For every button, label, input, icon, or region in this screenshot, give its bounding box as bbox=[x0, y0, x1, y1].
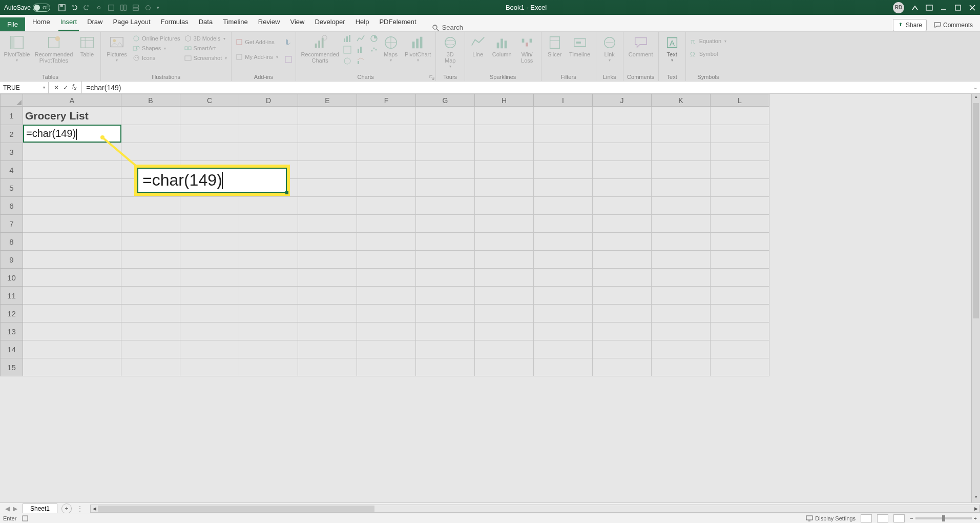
cell[interactable] bbox=[593, 358, 652, 376]
col-header[interactable]: K bbox=[652, 94, 711, 107]
tab-pdfelement[interactable]: PDFelement bbox=[374, 15, 421, 31]
cell[interactable] bbox=[298, 215, 357, 233]
3d-map-button[interactable]: 3D Map▾ bbox=[439, 33, 462, 69]
chart-statistic-icon[interactable] bbox=[357, 46, 365, 54]
window-icon[interactable] bbox=[926, 4, 933, 11]
chart-combo-icon[interactable] bbox=[357, 57, 365, 65]
scroll-right-icon[interactable]: ▶ bbox=[972, 505, 979, 512]
cell[interactable] bbox=[121, 340, 180, 358]
tell-me-search[interactable]: Search bbox=[432, 24, 463, 31]
zoom-slider[interactable]: − + bbox=[910, 515, 977, 521]
add-sheet-button[interactable]: + bbox=[61, 504, 72, 514]
row-header[interactable]: 11 bbox=[1, 287, 23, 305]
row-header[interactable]: 2 bbox=[1, 125, 23, 143]
cell[interactable] bbox=[416, 323, 475, 340]
name-box[interactable]: TRUE ▾ bbox=[0, 82, 49, 93]
cell[interactable] bbox=[534, 323, 593, 340]
cell[interactable] bbox=[298, 269, 357, 287]
tab-scroll-handle[interactable]: ⋮ bbox=[77, 505, 83, 512]
tab-developer[interactable]: Developer bbox=[309, 15, 350, 31]
col-header[interactable]: I bbox=[534, 94, 593, 107]
tab-home[interactable]: Home bbox=[27, 15, 55, 31]
cell[interactable] bbox=[652, 125, 711, 143]
cell[interactable] bbox=[652, 287, 711, 305]
cell[interactable] bbox=[357, 179, 416, 197]
touch-icon[interactable] bbox=[95, 4, 102, 11]
cell[interactable] bbox=[416, 358, 475, 376]
cell[interactable] bbox=[534, 305, 593, 323]
cell[interactable] bbox=[180, 107, 239, 125]
scroll-left-icon[interactable]: ◀ bbox=[91, 505, 98, 512]
cell[interactable] bbox=[23, 179, 121, 197]
cell[interactable] bbox=[357, 287, 416, 305]
sheet-nav-prev-icon[interactable]: ◀ bbox=[5, 505, 10, 512]
comments-button[interactable]: Comments bbox=[930, 19, 977, 31]
redo-icon[interactable] bbox=[83, 4, 90, 11]
autosave-toggle[interactable]: AutoSave Off bbox=[4, 4, 50, 12]
tab-data[interactable]: Data bbox=[194, 15, 218, 31]
cell[interactable] bbox=[534, 287, 593, 305]
cell[interactable] bbox=[416, 197, 475, 215]
row-header[interactable]: 3 bbox=[1, 143, 23, 161]
cell[interactable] bbox=[475, 197, 534, 215]
cell[interactable] bbox=[357, 197, 416, 215]
scroll-up-icon[interactable]: ▴ bbox=[972, 94, 980, 102]
tab-view[interactable]: View bbox=[285, 15, 309, 31]
cell[interactable] bbox=[534, 107, 593, 125]
row-header[interactable]: 6 bbox=[1, 197, 23, 215]
cell[interactable] bbox=[652, 233, 711, 251]
pivottable-button[interactable]: PivotTable▾ bbox=[3, 33, 31, 63]
cell[interactable] bbox=[239, 251, 298, 269]
cell[interactable] bbox=[652, 305, 711, 323]
cell[interactable] bbox=[121, 107, 180, 125]
cell[interactable] bbox=[534, 269, 593, 287]
col-header[interactable]: D bbox=[239, 94, 298, 107]
symbol-button[interactable]: ΩSymbol bbox=[689, 50, 727, 58]
cell[interactable] bbox=[711, 179, 769, 197]
zoom-in-button[interactable]: + bbox=[974, 515, 977, 521]
ribbon-display-icon[interactable] bbox=[911, 4, 919, 11]
expand-formula-bar-icon[interactable]: ⌄ bbox=[971, 85, 980, 90]
cell[interactable] bbox=[180, 287, 239, 305]
cell[interactable] bbox=[711, 287, 769, 305]
cell[interactable] bbox=[357, 340, 416, 358]
cell[interactable] bbox=[416, 179, 475, 197]
cell[interactable] bbox=[180, 125, 239, 143]
cell[interactable] bbox=[416, 143, 475, 161]
tab-review[interactable]: Review bbox=[253, 15, 285, 31]
cell[interactable] bbox=[180, 323, 239, 340]
cell[interactable] bbox=[652, 161, 711, 179]
cell[interactable] bbox=[239, 143, 298, 161]
row-header[interactable]: 12 bbox=[1, 305, 23, 323]
cell[interactable] bbox=[534, 179, 593, 197]
3d-models-button[interactable]: 3D Models▾ bbox=[183, 34, 228, 43]
dialog-launcher-icon[interactable] bbox=[429, 75, 434, 80]
cell[interactable] bbox=[711, 233, 769, 251]
cell[interactable] bbox=[711, 323, 769, 340]
cell[interactable] bbox=[475, 107, 534, 125]
macro-record-icon[interactable] bbox=[22, 515, 29, 522]
cell[interactable] bbox=[23, 287, 121, 305]
cell[interactable] bbox=[239, 107, 298, 125]
cell[interactable] bbox=[298, 161, 357, 179]
sheet-tab[interactable]: Sheet1 bbox=[23, 504, 57, 513]
cell[interactable] bbox=[121, 323, 180, 340]
cell[interactable] bbox=[534, 358, 593, 376]
chart-line-icon[interactable] bbox=[357, 34, 365, 43]
sparkline-winloss-button[interactable]: Win/ Loss bbox=[516, 33, 538, 64]
cell[interactable] bbox=[652, 358, 711, 376]
cell[interactable] bbox=[121, 197, 180, 215]
cell[interactable] bbox=[593, 215, 652, 233]
cell[interactable] bbox=[298, 233, 357, 251]
cell[interactable] bbox=[23, 269, 121, 287]
cell[interactable] bbox=[357, 233, 416, 251]
cell[interactable] bbox=[475, 143, 534, 161]
cell[interactable] bbox=[239, 287, 298, 305]
col-header[interactable]: F bbox=[357, 94, 416, 107]
cell[interactable] bbox=[121, 358, 180, 376]
cell[interactable] bbox=[711, 358, 769, 376]
maximize-icon[interactable] bbox=[954, 4, 962, 11]
cell[interactable] bbox=[180, 197, 239, 215]
row-header[interactable]: 1 bbox=[1, 107, 23, 125]
cell[interactable] bbox=[239, 323, 298, 340]
